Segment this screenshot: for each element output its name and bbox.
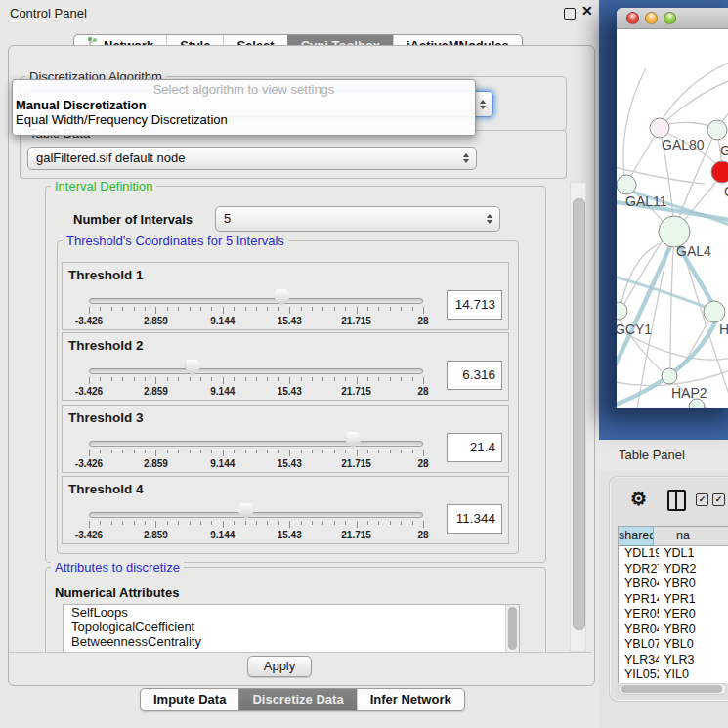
GAL11-node[interactable] (617, 175, 636, 194)
table-row[interactable]: YBR043CYBR0 (619, 577, 728, 592)
table-row[interactable]: YER054CYER0 (619, 607, 728, 622)
table-cell[interactable]: YIL0 (659, 667, 728, 683)
panel-scrollbar[interactable] (570, 182, 586, 652)
list-scrollbar[interactable] (505, 605, 519, 653)
table-cell[interactable]: YDL19... (619, 546, 659, 562)
HAP2-node[interactable] (662, 368, 677, 384)
table-horizontal-scrollbar[interactable] (618, 683, 727, 695)
threshold-value-field[interactable]: 21.4 (447, 433, 502, 462)
tick-label: 28 (417, 316, 428, 326)
network-view-window[interactable]: GAL80GACGAL11GAL4GCY1HHAP2 (617, 8, 728, 408)
threshold-slider[interactable]: -3.4262.8599.14415.4321.71528 (89, 431, 423, 472)
threshold-slider[interactable]: -3.4262.8599.14415.4321.71528 (89, 359, 423, 400)
node-label: GAL80 (662, 137, 705, 152)
number-of-intervals-combobox[interactable]: 5 (215, 206, 500, 232)
table-cell[interactable]: YBR043C (619, 577, 659, 592)
slider-track[interactable] (89, 368, 423, 374)
table-row[interactable]: YLR345WYLR3 (619, 653, 728, 668)
tab-impute-data[interactable]: Impute Data (141, 689, 238, 710)
numerical-attributes-list[interactable]: SelfLoopsTopologicalCoefficientBetweenne… (63, 604, 520, 654)
close-icon[interactable]: ✕ (581, 3, 593, 19)
table-cell[interactable]: YBR0 (659, 577, 728, 592)
table-cell[interactable]: YBR0 (659, 622, 728, 638)
table-cell[interactable]: YDL1 (659, 546, 728, 562)
C-node[interactable] (711, 161, 728, 183)
table-data-combobox[interactable]: galFiltered.sif default node (27, 147, 477, 170)
threshold-slider[interactable]: -3.4262.8599.14415.4321.71528 (89, 288, 423, 329)
threshold-slider[interactable]: -3.4262.8599.14415.4321.71528 (89, 502, 423, 543)
tick-mark (378, 450, 379, 453)
threshold-value-field[interactable]: 14.713 (447, 290, 502, 320)
GCY1-node[interactable] (617, 302, 627, 320)
table-cell[interactable]: YLR3 (659, 653, 728, 668)
table-cell[interactable]: YPR145W (619, 592, 659, 608)
scrollbar-thumb[interactable] (573, 198, 585, 630)
table-row[interactable]: YBR045CYBR0 (619, 622, 728, 638)
close-button[interactable] (626, 12, 639, 24)
table-cell[interactable]: YER0 (659, 607, 728, 622)
apply-button[interactable]: Apply (247, 656, 312, 677)
table-cell[interactable]: YBL0 (659, 637, 728, 653)
tick-mark (145, 307, 146, 311)
tick-label: 21.715 (341, 316, 371, 326)
checkbox-icon[interactable]: ✓ (696, 493, 708, 506)
threshold-value-field[interactable]: 11.344 (447, 504, 502, 534)
list-item[interactable]: TopologicalCoefficient (64, 620, 519, 634)
threshold-1-panel: Threshold 1 -3.4262.8599.14415.4321.7152… (62, 262, 509, 330)
tick-mark (89, 450, 90, 456)
screenshot-stage: Control Panel ✕ Network Style Select Cyn… (0, 0, 728, 728)
tick-label: 9.144 (210, 458, 235, 469)
tick-mark (357, 521, 358, 528)
scrollbar-thumb[interactable] (621, 685, 722, 693)
network-graph[interactable]: GAL80GACGAL11GAL4GCY1HHAP2 (617, 29, 728, 408)
GAL80-node[interactable] (650, 118, 669, 138)
table-cell[interactable]: YLR345W (619, 653, 659, 668)
column-header-shared-name[interactable]: shared... (619, 527, 654, 546)
table-cell[interactable]: YDR27... (619, 562, 659, 578)
tick-mark (145, 521, 146, 525)
table-body: YDL19...YDL1YDR27...YDR2YBR043CYBR0YPR14… (619, 546, 728, 683)
node-table[interactable]: shared... na YDL19...YDL1YDR27...YDR2YBR… (618, 526, 728, 683)
slider-track[interactable] (89, 441, 423, 447)
network-canvas[interactable]: GAL80GACGAL11GAL4GCY1HHAP2 (617, 29, 728, 408)
slider-track[interactable] (89, 512, 423, 518)
zoom-button[interactable] (664, 12, 676, 24)
tab-discretize-data[interactable]: Discretize Data (238, 689, 356, 710)
column-header-name[interactable]: na (654, 527, 728, 546)
tick-label: 2.859 (144, 386, 168, 397)
list-item[interactable]: BetweennessCentrality (64, 634, 519, 649)
tick-mark (134, 521, 135, 525)
table-row[interactable]: YDL19...YDL1 (619, 546, 728, 562)
table-row[interactable]: YBL079WYBL0 (619, 637, 728, 653)
checkbox-icon[interactable]: ✓ (712, 493, 725, 506)
dropdown-option[interactable]: Manual Discretization (13, 98, 475, 112)
table-row[interactable]: YPR145WYPR1 (619, 592, 728, 608)
table-cell[interactable]: YPR1 (659, 592, 728, 608)
tick-mark (401, 307, 402, 311)
dropdown-option[interactable]: Equal Width/Frequency Discretization (13, 112, 475, 127)
table-cell[interactable]: YBR045C (619, 622, 659, 638)
table-row[interactable]: YIL052CYIL0 (619, 667, 728, 683)
tick-mark (334, 521, 335, 525)
list-item[interactable]: SelfLoops (64, 605, 519, 620)
threshold-value-field[interactable]: 6.316 (447, 361, 502, 390)
tick-mark (211, 450, 212, 453)
table-row[interactable]: YDR27...YDR2 (619, 562, 728, 578)
columns-icon[interactable] (667, 490, 686, 511)
tick-mark (256, 377, 257, 381)
float-window-icon[interactable] (564, 8, 576, 20)
table-cell[interactable]: YDR2 (659, 562, 728, 578)
table-cell[interactable]: YER054C (619, 607, 659, 622)
tick-mark (367, 521, 368, 525)
table-cell[interactable]: YIL052C (619, 667, 659, 683)
tab-infer-network[interactable]: Infer Network (357, 689, 464, 710)
slider-track[interactable] (89, 298, 423, 304)
gear-icon[interactable]: ⚙ (630, 488, 647, 510)
network-window-titlebar[interactable] (617, 8, 728, 29)
H-node[interactable] (704, 301, 725, 322)
table-cell[interactable]: YBL079W (619, 637, 659, 653)
tick-mark (267, 450, 268, 453)
GA-node[interactable] (707, 120, 727, 140)
scrollbar-thumb[interactable] (508, 607, 517, 650)
minimize-button[interactable] (645, 12, 658, 24)
